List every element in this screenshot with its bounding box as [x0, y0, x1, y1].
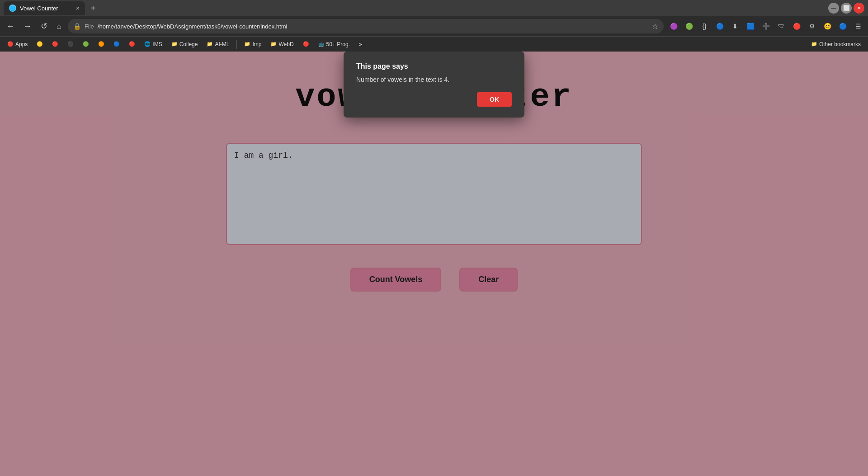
- bm6-favicon: 🟠: [98, 41, 104, 47]
- bookmark-other[interactable]: 📁 Other bookmarks: [807, 39, 864, 49]
- window-controls: — ⬜ ×: [828, 3, 864, 14]
- webd-label: WebD: [278, 41, 293, 47]
- page-content: vowel counter I am a girl. Count Vowels …: [0, 52, 868, 476]
- address-bar[interactable]: 🔒 File /home/tanvee/Desktop/WebDAssignme…: [68, 19, 664, 33]
- bookmark-6[interactable]: 🟠: [94, 39, 108, 49]
- bookmark-4[interactable]: ⚫: [64, 39, 77, 49]
- bookmark-college[interactable]: 📁 College: [168, 39, 202, 49]
- imp-label: Imp: [252, 41, 261, 47]
- shield-icon[interactable]: 🛡: [775, 20, 788, 33]
- dialog-buttons: OK: [356, 92, 512, 107]
- dialog-ok-button[interactable]: OK: [477, 92, 512, 107]
- toolbar-icons: 🟣 🟢 {} 🔵 ⬇ 🟦 ➕ 🛡 🔴 ⚙ 😊 🔵 ☰: [667, 20, 864, 33]
- bookmark-t[interactable]: 🔴: [299, 39, 313, 49]
- address-bar-row: ← → ↺ ⌂ 🔒 File /home/tanvee/Desktop/WebD…: [0, 16, 868, 36]
- profile-circle-icon[interactable]: 🔵: [836, 20, 849, 33]
- bookmark-webd[interactable]: 📁 WebD: [267, 39, 297, 49]
- add-icon[interactable]: ➕: [760, 20, 772, 33]
- menu-icon[interactable]: ☰: [852, 20, 864, 33]
- apps-favicon: 🔴: [7, 41, 14, 47]
- close-window-button[interactable]: ×: [854, 3, 864, 14]
- dialog-box: This page says Number of vowels in the t…: [344, 52, 524, 118]
- back-button[interactable]: ←: [4, 20, 17, 33]
- bm5-favicon: 🟢: [83, 41, 89, 47]
- bookmark-ims[interactable]: 🌐 IMS: [141, 39, 165, 49]
- maximize-button[interactable]: ⬜: [841, 3, 852, 14]
- prog-label: 50+ Prog.: [326, 41, 350, 47]
- emoji-icon[interactable]: 😊: [821, 20, 834, 33]
- college-label: College: [179, 41, 198, 47]
- ims-label: IMS: [152, 41, 162, 47]
- bookmark-imp[interactable]: 📁 Imp: [241, 39, 265, 49]
- t-favicon: 🔴: [303, 41, 309, 47]
- extension1-icon[interactable]: 🟦: [744, 20, 757, 33]
- bm2-favicon: 🟡: [37, 41, 43, 47]
- vpn-icon[interactable]: 🔴: [790, 20, 803, 33]
- bookmark-apps[interactable]: 🔴 Apps: [4, 39, 31, 49]
- settings-icon[interactable]: ⚙: [806, 20, 818, 33]
- refresh-button[interactable]: ↺: [38, 19, 50, 33]
- bm7-favicon: 🔵: [113, 41, 120, 47]
- translate-icon[interactable]: 🟢: [683, 20, 695, 33]
- bookmark-8[interactable]: 🔴: [125, 39, 139, 49]
- dialog-title: This page says: [356, 62, 512, 71]
- minimize-button[interactable]: —: [828, 3, 839, 14]
- bookmark-50prog[interactable]: 📺 50+ Prog.: [315, 39, 354, 49]
- new-tab-button[interactable]: +: [87, 3, 99, 14]
- bookmark-aiml[interactable]: 📁 AI-ML: [203, 39, 233, 49]
- bookmark-more[interactable]: »: [355, 39, 366, 49]
- dialog-message: Number of vowels in the text is 4.: [356, 76, 512, 83]
- bookmark-separator: [236, 40, 237, 49]
- code-icon[interactable]: {}: [698, 20, 711, 33]
- scheme-icon: 🔒: [73, 23, 81, 30]
- more-chevron: »: [359, 41, 362, 47]
- bm8-favicon: 🔴: [129, 41, 135, 47]
- address-url: /home/tanvee/Desktop/WebDAssignment/task…: [98, 23, 648, 30]
- home-button[interactable]: ⌂: [54, 20, 64, 33]
- bookmark-star-button[interactable]: ☆: [652, 22, 658, 31]
- apps-label: Apps: [15, 41, 28, 47]
- webd-favicon: 📁: [270, 41, 277, 47]
- dialog-overlay: This page says Number of vowels in the t…: [0, 52, 868, 476]
- tab-favicon: 🌐: [9, 5, 16, 12]
- bookmark-5[interactable]: 🟢: [79, 39, 93, 49]
- imp-favicon: 📁: [244, 41, 250, 47]
- file-label: File: [85, 23, 94, 30]
- tab-title: Vowel Counter: [20, 5, 72, 12]
- bm3-favicon: 🔴: [52, 41, 58, 47]
- other-label: Other bookmarks: [819, 41, 861, 47]
- college-favicon: 📁: [171, 41, 178, 47]
- bookmark-7[interactable]: 🔵: [110, 39, 123, 49]
- bookmark-2[interactable]: 🟡: [33, 39, 47, 49]
- tab-close-icon[interactable]: ×: [76, 5, 80, 12]
- bookmarks-bar: 🔴 Apps 🟡 🔴 ⚫ 🟢 🟠 🔵 🔴 🌐 IMS 📁: [0, 36, 868, 52]
- forward-button[interactable]: →: [21, 20, 34, 33]
- sync-icon[interactable]: 🔵: [713, 20, 726, 33]
- ims-favicon: 🌐: [144, 41, 151, 47]
- aiml-favicon: 📁: [207, 41, 213, 47]
- bookmark-3[interactable]: 🔴: [48, 39, 62, 49]
- aiml-label: AI-ML: [215, 41, 229, 47]
- other-favicon: 📁: [811, 41, 817, 47]
- bm4-favicon: ⚫: [67, 41, 74, 47]
- active-tab[interactable]: 🌐 Vowel Counter ×: [4, 1, 85, 15]
- extensions-icon[interactable]: 🟣: [667, 20, 680, 33]
- download-icon[interactable]: ⬇: [729, 20, 741, 33]
- tab-bar: 🌐 Vowel Counter × + — ⬜ ×: [0, 0, 868, 16]
- prog-favicon: 📺: [318, 41, 325, 47]
